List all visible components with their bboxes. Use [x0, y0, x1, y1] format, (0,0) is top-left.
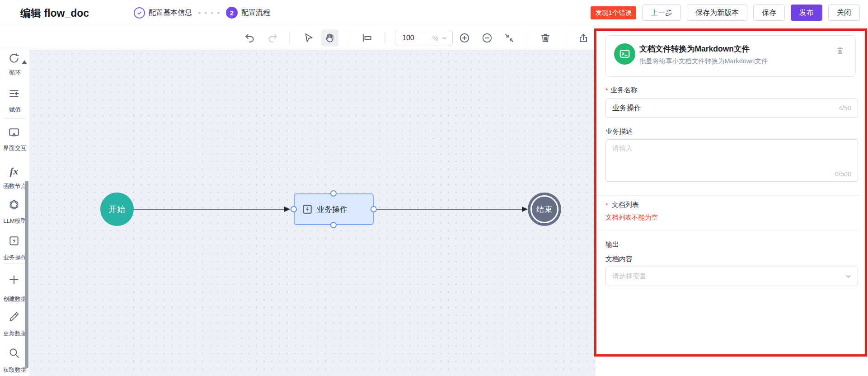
- wizard-steps: 配置基本信息 2 配置流程: [134, 0, 270, 25]
- align-icon[interactable]: [360, 31, 374, 45]
- doc-content-label: 文档内容: [605, 255, 633, 263]
- sidebar-item-loop[interactable]: 循环: [0, 69, 30, 77]
- panel-divider: [596, 195, 860, 196]
- zoom-out-icon[interactable]: [480, 31, 494, 45]
- node-label: 结束: [528, 193, 561, 226]
- step-1-check-icon[interactable]: [134, 7, 145, 19]
- char-counter: 0/500: [835, 170, 851, 178]
- llm-model-icon[interactable]: [8, 199, 20, 211]
- sidebar-scrollbar[interactable]: [25, 181, 28, 368]
- node-palette-sidebar: 循环 赋值 界面交互 fx 函数节点 LLM模型 业务操作: [0, 50, 30, 376]
- zoom-value: 100: [402, 34, 414, 42]
- step-2-number[interactable]: 2: [226, 7, 238, 19]
- pencil-icon[interactable]: [8, 311, 20, 323]
- arrowhead-icon: [284, 207, 290, 212]
- scroll-up-icon[interactable]: [22, 60, 27, 64]
- business-action-node[interactable]: 业务操作: [294, 193, 374, 225]
- zoom-unit: %: [432, 34, 438, 42]
- delete-node-icon[interactable]: [835, 46, 845, 55]
- export-icon[interactable]: [577, 31, 590, 45]
- business-name-input-wrap: 4/50: [605, 99, 858, 118]
- business-name-input[interactable]: [606, 99, 858, 118]
- flow-editor-screen: 编辑 flow_doc 配置基本信息 2 配置流程 发现1个错误 上一步 保存为…: [0, 0, 868, 376]
- save-as-new-version-button[interactable]: 保存为新版本: [687, 5, 747, 21]
- function-icon[interactable]: fx: [8, 165, 20, 177]
- port-right[interactable]: [371, 206, 377, 212]
- toolbar-divider: [289, 32, 290, 44]
- ui-interaction-icon[interactable]: [8, 127, 20, 139]
- card-subtitle: 批量将纷享小文档文件转换为Markdown文件: [639, 57, 768, 66]
- delete-node-icon[interactable]: [539, 31, 552, 45]
- variable-select[interactable]: 请选择变量: [605, 267, 858, 286]
- step-1-label[interactable]: 配置基本信息: [149, 8, 192, 18]
- required-asterisk: *: [605, 201, 608, 209]
- zoom-level-input[interactable]: 100 %: [395, 30, 453, 46]
- business-action-icon: [301, 203, 313, 215]
- char-counter: 4/50: [839, 104, 851, 112]
- loop-icon[interactable]: [8, 52, 20, 64]
- close-button[interactable]: 关闭: [828, 5, 860, 21]
- header-actions: 发现1个错误 上一步 保存为新版本 保存 发布 关闭: [591, 0, 860, 25]
- panel-divider: [596, 230, 860, 230]
- error-count-badge[interactable]: 发现1个错误: [591, 6, 636, 19]
- toolbar-divider: [566, 32, 566, 44]
- assign-icon[interactable]: [8, 88, 20, 99]
- plus-icon[interactable]: [8, 274, 20, 286]
- prev-step-button[interactable]: 上一步: [642, 5, 681, 21]
- toolbar-divider: [384, 32, 385, 44]
- node-config-panel: 文档文件转换为Markdown文件 批量将纷享小文档文件转换为Markdown文…: [596, 25, 868, 376]
- markdown-converter-icon: [614, 43, 635, 65]
- node-label: 业务操作: [317, 204, 347, 215]
- required-asterisk: *: [605, 86, 608, 94]
- doc-list-error: 文档列表不能为空: [605, 213, 658, 222]
- business-desc-label: 业务描述: [605, 127, 633, 136]
- sidebar-divider: [4, 263, 26, 264]
- flow-canvas[interactable]: 开始 业务操作 结束: [30, 50, 596, 376]
- business-name-label: * 业务名称: [605, 86, 638, 94]
- end-node[interactable]: 结束: [528, 193, 561, 226]
- sidebar-item-assign[interactable]: 赋值: [0, 106, 30, 114]
- toolbar-divider: [527, 32, 527, 44]
- undo-icon[interactable]: [243, 31, 257, 45]
- start-node[interactable]: 开始: [100, 193, 134, 226]
- publish-button[interactable]: 发布: [791, 5, 822, 21]
- redo-icon[interactable]: [266, 31, 279, 45]
- card-title: 文档文件转换为Markdown文件: [639, 43, 750, 54]
- business-desc-area-wrap: 0/500: [605, 139, 858, 182]
- zoom-in-icon[interactable]: [458, 31, 471, 45]
- canvas-toolbar: 100 %: [0, 25, 596, 50]
- fit-to-screen-icon[interactable]: [502, 31, 516, 45]
- arrowhead-icon: [522, 207, 528, 212]
- step-2-label[interactable]: 配置流程: [241, 8, 270, 18]
- doc-list-label: * 文档列表: [605, 201, 639, 209]
- chevron-down-icon: [441, 35, 448, 42]
- port-top[interactable]: [330, 190, 337, 197]
- step-connector-dots: [198, 12, 220, 14]
- sidebar-item-ui-interaction[interactable]: 界面交互: [0, 144, 30, 152]
- toolbar-divider: [349, 32, 349, 44]
- pan-hand-icon[interactable]: [321, 29, 338, 47]
- sidebar-divider: [4, 118, 26, 119]
- select-placeholder: 请选择变量: [612, 272, 646, 281]
- select-cursor-icon[interactable]: [302, 31, 315, 45]
- search-icon[interactable]: [8, 347, 20, 359]
- port-left[interactable]: [291, 206, 297, 212]
- business-desc-textarea[interactable]: [606, 140, 858, 171]
- fx-glyph: fx: [10, 165, 18, 177]
- output-section-label: 输出: [605, 240, 619, 249]
- node-info-card: 文档文件转换为Markdown文件 批量将纷享小文档文件转换为Markdown文…: [605, 35, 856, 77]
- business-action-icon[interactable]: [8, 235, 20, 247]
- chevron-down-icon: [845, 273, 852, 280]
- save-button[interactable]: 保存: [753, 5, 785, 21]
- page-title: 编辑 flow_doc: [20, 6, 89, 20]
- header-bar: 编辑 flow_doc 配置基本信息 2 配置流程 发现1个错误 上一步 保存为…: [0, 0, 868, 25]
- port-bottom[interactable]: [330, 222, 337, 228]
